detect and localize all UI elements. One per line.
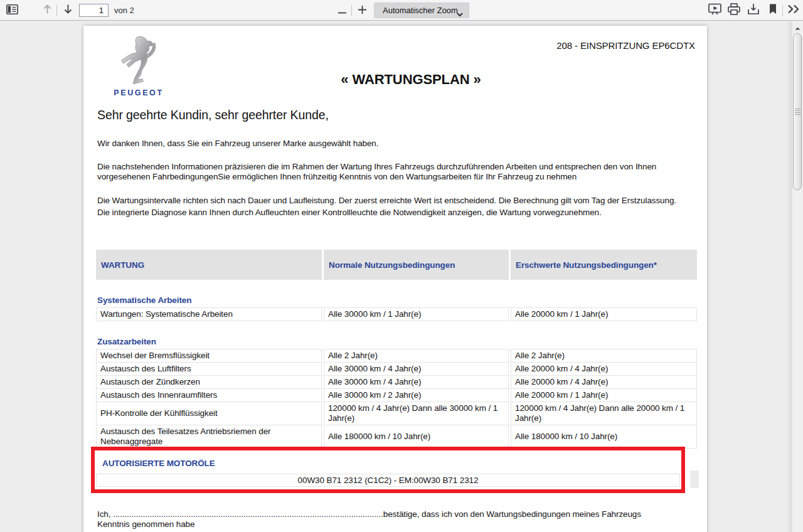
pdf-toolbar: von 2 Automatischer Zoom: [0, 0, 803, 21]
table-cell: Alle 2 Jahr(e): [511, 349, 697, 363]
table-cell: Alle 2 Jahr(e): [324, 349, 509, 363]
toolbar-divider: [351, 5, 352, 16]
paragraph: Die Wartungsintervalle richten sich nach…: [97, 196, 698, 206]
signature-line: Kenntnis genommen habe: [97, 519, 707, 529]
table-cell: 120000 km / 4 Jahr(e) Dann alle 20000 km…: [511, 402, 697, 425]
toolbar-divider: [56, 5, 57, 16]
paragraph: Die integrierte Diagnose kann Ihnen durc…: [97, 208, 698, 218]
table-row-extension: [690, 471, 699, 488]
table-row: Wechsel der BremsflüssigkeitAlle 2 Jahr(…: [96, 349, 697, 363]
current-view-button[interactable]: [764, 2, 782, 19]
zoom-in-button[interactable]: [353, 2, 371, 19]
table-cell: Alle 30000 km / 1 Jahr(e): [324, 307, 509, 321]
page-count-label: von 2: [114, 6, 134, 15]
next-page-button[interactable]: [59, 2, 77, 19]
table-section-title: Systematische Arbeiten: [96, 295, 697, 305]
print-icon: [728, 3, 740, 18]
signature-block: Ich, ...................................…: [97, 509, 707, 529]
previous-page-button[interactable]: [38, 2, 56, 19]
table-cell: Alle 30000 km / 4 Jahr(e): [324, 362, 509, 376]
oil-section-title: AUTORISIERTE MOTORÖLE: [102, 459, 681, 468]
scrollbar-up-button[interactable]: [792, 22, 803, 31]
table-header-cell: Erschwerte Nutzungsbedingungen*: [511, 250, 697, 280]
table-row: Austausch des InnenraumfiltersAlle 30000…: [96, 388, 697, 402]
toolbar-divider: [782, 5, 783, 16]
oil-value-row: 00W30 B71 2312 (C1C2) - EM:00W30 B71 231…: [96, 474, 680, 487]
triangle-up-icon: [795, 21, 800, 33]
table-cell: Wechsel der Bremsflüssigkeit: [96, 349, 322, 363]
table-cell: PH-Kontrolle der Kühlflüssigkeit: [96, 402, 322, 425]
print-button[interactable]: [725, 2, 743, 19]
table-cell: Austausch des Luftfilters: [96, 362, 322, 376]
table-cell: Alle 30000 km / 2 Jahr(e): [324, 388, 509, 402]
chevron-down-icon: [457, 9, 463, 19]
document-title: « WARTUNGSPLAN »: [99, 72, 707, 88]
zoom-select-label: Automatischer Zoom: [383, 6, 458, 15]
pdf-viewer-area: PEUGEOT 208 - EINSPRITZUNG EP6CDTX « WAR…: [0, 21, 792, 532]
table-cell: Austausch der Zündkerzen: [96, 375, 322, 389]
arrow-up-icon: [43, 4, 52, 17]
signature-line: Ich, ...................................…: [97, 509, 707, 519]
vertical-scrollbar[interactable]: [792, 21, 803, 532]
table-row: PH-Kontrolle der Kühlflüssigkeit120000 k…: [96, 402, 697, 425]
table-header-cell: WARTUNG: [96, 250, 322, 280]
table-cell: Alle 20000 km / 1 Jahr(e): [511, 388, 697, 402]
toggle-sidebar-button[interactable]: [3, 2, 21, 19]
save-button[interactable]: [745, 2, 762, 19]
document-reference: 208 - EINSPRITZUNG EP6CDTX: [556, 40, 695, 51]
download-icon: [747, 3, 760, 18]
intro-paragraphs: Wir danken Ihnen, dass Sie ein Fahrzeug …: [97, 139, 698, 218]
zoom-out-button[interactable]: [333, 2, 351, 19]
table-cell: Alle 20000 km / 4 Jahr(e): [511, 362, 697, 376]
table-row: Austausch des Teilesatzes Antriebsriemen…: [96, 425, 697, 449]
table-section-title: Zusatzarbeiten: [96, 337, 697, 346]
table-cell: Alle 20000 km / 1 Jahr(e): [511, 307, 697, 321]
table-cell: Alle 30000 km / 4 Jahr(e): [324, 375, 509, 389]
double-chevron-right-icon: [786, 4, 800, 17]
greeting-line: Sehr geehrte Kundin, sehr geehrter Kunde…: [97, 108, 329, 122]
bookmark-icon: [768, 3, 777, 18]
table-cell: Austausch des Teilesatzes Antriebsriemen…: [96, 425, 322, 449]
minus-icon: [338, 5, 346, 16]
scrollbar-grip: [795, 109, 800, 115]
tools-menu-button[interactable]: [784, 2, 802, 19]
peugeot-logo: PEUGEOT: [110, 35, 168, 97]
page-number-input[interactable]: [79, 4, 109, 17]
table-cell: Austausch des Innenraumfilters: [96, 388, 322, 402]
table-cell: 120000 km / 4 Jahr(e) Dann alle 30000 km…: [324, 402, 509, 425]
zoom-select[interactable]: Automatischer Zoom: [374, 3, 469, 18]
table-cell: Wartungen: Systematische Arbeiten: [96, 307, 322, 321]
table-cell: Alle 180000 km / 10 Jahr(e): [324, 425, 509, 449]
arrow-down-icon: [63, 4, 73, 17]
table-cell: Alle 180000 km / 10 Jahr(e): [511, 425, 697, 449]
presentation-icon: [708, 3, 721, 18]
pdf-page: PEUGEOT 208 - EINSPRITZUNG EP6CDTX « WAR…: [83, 26, 707, 532]
paragraph: Wir danken Ihnen, dass Sie ein Fahrzeug …: [97, 139, 698, 149]
plus-icon: [358, 5, 366, 16]
table-row: Austausch der ZündkerzenAlle 30000 km / …: [96, 375, 697, 389]
maintenance-table: WARTUNG Normale Nutzungsbedingungen Ersc…: [96, 250, 697, 449]
peugeot-wordmark: PEUGEOT: [110, 88, 168, 97]
table-header-row: WARTUNG Normale Nutzungsbedingungen Ersc…: [96, 250, 697, 280]
presentation-mode-button[interactable]: [706, 2, 723, 19]
scrollbar-thumb[interactable]: [793, 33, 802, 190]
table-row: Austausch des LuftfiltersAlle 30000 km /…: [96, 362, 697, 376]
table-row: Wartungen: Systematische ArbeitenAlle 30…: [96, 307, 697, 321]
table-sections: Systematische ArbeitenWartungen: Systema…: [96, 295, 697, 449]
highlight-red-box: AUTORISIERTE MOTORÖLE 00W30 B71 2312 (C1…: [91, 447, 685, 493]
sidebar-icon: [6, 4, 18, 17]
table-cell: Alle 20000 km / 4 Jahr(e): [511, 375, 697, 389]
paragraph: Die nachstehenden Informationen präzisie…: [97, 162, 698, 182]
table-header-cell: Normale Nutzungsbedingungen: [324, 250, 509, 280]
